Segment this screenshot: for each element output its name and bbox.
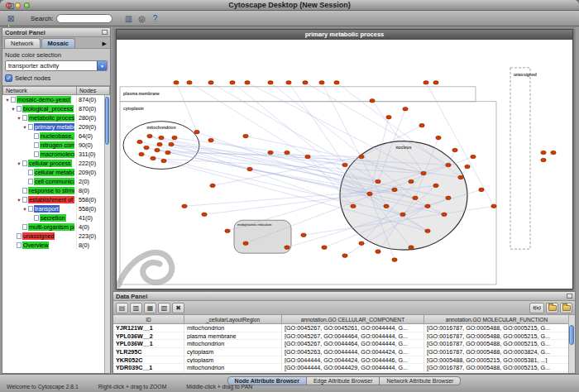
delete-attribute-icon[interactable]: ▧ [158, 303, 170, 313]
help-icon[interactable]: ? [149, 12, 162, 25]
import-attributes-icon[interactable] [546, 303, 558, 313]
tree-row[interactable]: Overview8(0) [2, 241, 104, 250]
network-node[interactable] [433, 81, 438, 85]
tree-row[interactable]: response to stimulus8(0) [2, 186, 104, 195]
network-window-titlebar[interactable]: primary metabolic process [117, 30, 572, 40]
tab-mosaic[interactable]: Mosaic [41, 38, 75, 48]
network-node[interactable] [465, 165, 470, 169]
network-node[interactable] [392, 258, 397, 262]
network-node[interactable] [479, 188, 484, 192]
network-node[interactable] [409, 246, 414, 250]
network-node[interactable] [208, 138, 213, 142]
network-node[interactable] [403, 107, 408, 111]
table-scrollbar-thumb[interactable] [569, 325, 574, 345]
table-row[interactable]: YPL036W__1mitochondrion[GO:0045267, GO:0… [113, 340, 568, 348]
node-color-attribute-select[interactable]: transporter activity ▼ [5, 60, 108, 71]
zoom-window-button[interactable] [24, 2, 30, 8]
select-nodes-checkbox[interactable]: ✓ [5, 74, 12, 82]
network-node[interactable] [351, 204, 356, 208]
network-node[interactable] [243, 241, 248, 246]
tree-row[interactable]: ▼transport558(0) [2, 204, 104, 213]
network-node[interactable] [370, 98, 375, 103]
overview-icon[interactable]: ▥ [122, 12, 136, 25]
network-node[interactable] [386, 115, 391, 119]
tree-row[interactable]: ▼metabolic process280(0) [2, 113, 104, 122]
network-node[interactable] [551, 151, 556, 155]
network-node[interactable] [400, 213, 405, 217]
zoom-selected-icon[interactable]: ⊡ [4, 0, 17, 12]
zoom-fit-icon[interactable]: ⊠ [4, 12, 17, 25]
table-row[interactable]: YKR052Ccytoplasm[GO:0044444, GO:0044424,… [113, 356, 568, 365]
tree-row[interactable]: secretion41(0) [2, 213, 104, 222]
network-node[interactable] [161, 159, 166, 163]
network-node[interactable] [413, 196, 418, 200]
network-node[interactable] [139, 152, 144, 156]
network-node[interactable] [425, 229, 430, 233]
network-node[interactable] [285, 246, 290, 250]
network-node[interactable] [491, 204, 496, 208]
network-node[interactable] [541, 158, 546, 162]
expand-toggle-icon[interactable]: ▼ [10, 107, 17, 112]
network-node[interactable] [367, 192, 372, 196]
network-node[interactable] [305, 155, 310, 159]
network-node[interactable] [423, 81, 428, 85]
settings-icon[interactable]: ◎ [136, 12, 149, 25]
network-node[interactable] [245, 81, 250, 85]
network-node[interactable] [421, 171, 426, 175]
table-column-header[interactable]: ID [113, 315, 184, 324]
network-node[interactable] [157, 142, 162, 146]
tab-network-attribute-browser[interactable]: Network Attribute Browser [379, 376, 461, 385]
expand-toggle-icon[interactable]: ▼ [16, 161, 22, 166]
network-node[interactable] [247, 167, 252, 171]
table-column-header[interactable]: _cellularLayoutRegion [184, 315, 282, 324]
network-node[interactable] [147, 134, 152, 138]
unselect-attributes-icon[interactable]: ▥ [130, 303, 142, 313]
network-node[interactable] [442, 213, 447, 217]
network-node[interactable] [182, 204, 187, 208]
network-node[interactable] [225, 229, 230, 233]
table-row[interactable]: YPL036W__2plasma membrane[GO:0045267, GO… [113, 332, 568, 341]
network-node[interactable] [334, 81, 339, 85]
tree-scrollbar-thumb[interactable] [105, 97, 109, 145]
tab-edge-attribute-browser[interactable]: Edge Attribute Browser [306, 376, 380, 385]
network-graph[interactable]: plasma membranecytoplasmmitochondrionnuc… [117, 40, 572, 289]
network-node[interactable] [446, 196, 451, 200]
table-column-header[interactable]: annotation.GO CELLULAR_COMPONENT [282, 315, 424, 324]
network-node[interactable] [458, 175, 463, 179]
network-node[interactable] [384, 204, 389, 208]
tree-row[interactable]: multi-organism process4(0) [2, 222, 104, 232]
open-attributes-icon[interactable] [560, 303, 572, 313]
expand-toggle-icon[interactable]: ▼ [16, 116, 22, 121]
network-node[interactable] [376, 179, 380, 184]
clear-attribute-icon[interactable]: ✖ [172, 303, 184, 313]
float-panel-icon[interactable] [102, 30, 108, 35]
network-node[interactable] [359, 241, 364, 246]
network-node[interactable] [301, 233, 306, 237]
network-node[interactable] [268, 151, 273, 155]
network-node[interactable] [376, 250, 380, 254]
network-node[interactable] [268, 81, 273, 85]
tree-row[interactable]: ▼establishment of localization558(0) [2, 195, 104, 204]
tree-row[interactable]: ▼primary metabolic process209(0) [2, 122, 104, 131]
network-node[interactable] [446, 163, 451, 167]
column-header-network[interactable]: Network [2, 86, 77, 95]
network-node[interactable] [322, 246, 327, 250]
tree-row[interactable]: nitrogen compound metabolic90(0) [2, 141, 104, 150]
network-node[interactable] [137, 140, 142, 144]
network-node[interactable] [342, 254, 347, 258]
scroll-tabs-right-icon[interactable]: ▶ [103, 41, 108, 48]
expand-toggle-icon[interactable]: ▼ [22, 125, 28, 130]
network-node[interactable] [452, 148, 457, 152]
table-column-header[interactable]: annotation.GO MOLECULAR_FUNCTION [424, 315, 570, 324]
network-node[interactable] [286, 81, 291, 85]
network-node[interactable] [409, 179, 414, 184]
tree-row[interactable]: nucleobase, nucleoside, nucleotide64(0) [2, 131, 104, 141]
network-node[interactable] [342, 163, 347, 167]
network-node[interactable] [159, 136, 164, 140]
tree-row[interactable]: ▼cellular process222(0) [2, 159, 104, 168]
float-data-panel-icon[interactable] [567, 294, 572, 299]
tree-row[interactable]: macromolecule metabolic311(0) [2, 150, 104, 159]
new-attribute-icon[interactable]: ▦ [144, 303, 156, 313]
network-node[interactable] [174, 81, 179, 85]
table-row[interactable]: YDR039C__1mitochondrion[GO:0044444, GO:0… [113, 364, 568, 372]
